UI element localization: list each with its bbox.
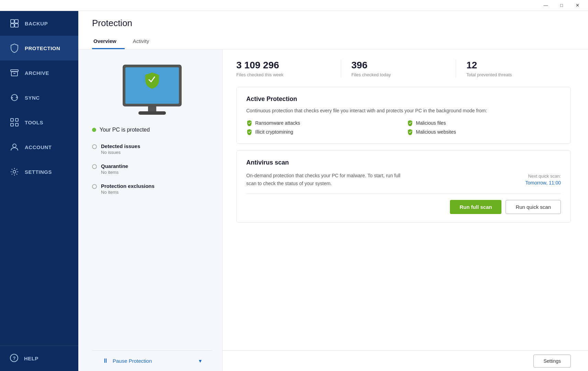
stat-files-today-number: 396 bbox=[351, 60, 445, 71]
account-icon bbox=[10, 142, 19, 152]
svg-point-11 bbox=[13, 144, 16, 147]
info-circle-1 bbox=[92, 144, 97, 149]
stat-threats-number: 12 bbox=[466, 60, 561, 71]
sidebar-item-tools[interactable]: TOOLS bbox=[0, 110, 78, 135]
content-wrapper: Your PC is protected Detected issues No … bbox=[78, 49, 588, 371]
antivirus-scan-card: Antivirus scan On-demand protection that… bbox=[236, 150, 571, 223]
svg-point-12 bbox=[13, 170, 16, 173]
info-item-protection-exclusions[interactable]: Protection exclusions No items bbox=[92, 183, 212, 195]
sidebar-item-protection-label: PROTECTION bbox=[25, 45, 60, 51]
pause-icon: ⏸ bbox=[102, 357, 109, 364]
info-item-quarantine[interactable]: Quarantine No items bbox=[92, 163, 212, 175]
detected-issues-title: Detected issues bbox=[101, 143, 140, 149]
tools-icon bbox=[10, 117, 19, 127]
archive-icon bbox=[10, 68, 19, 78]
protection-exclusions-title: Protection exclusions bbox=[101, 183, 155, 189]
sidebar: BACKUP PROTECTION ARCHIVE bbox=[0, 11, 78, 371]
protection-exclusions-subtitle: No items bbox=[101, 190, 155, 195]
app-body: BACKUP PROTECTION ARCHIVE bbox=[0, 11, 588, 371]
close-button[interactable]: ✕ bbox=[569, 0, 585, 11]
antivirus-scan-title: Antivirus scan bbox=[246, 159, 561, 166]
sidebar-item-archive-label: ARCHIVE bbox=[25, 70, 49, 76]
svg-rect-4 bbox=[11, 70, 18, 71]
info-item-detected-issues[interactable]: Detected issues No issues bbox=[92, 143, 212, 155]
active-protection-title: Active Protection bbox=[246, 95, 561, 103]
sidebar-item-help[interactable]: ? HELP bbox=[0, 346, 78, 371]
shield-cryptomining-icon bbox=[246, 129, 252, 135]
sync-icon bbox=[10, 93, 19, 102]
stat-files-week: 3 109 296 Files checked this week bbox=[236, 60, 341, 77]
svg-rect-18 bbox=[138, 111, 166, 115]
svg-rect-10 bbox=[15, 123, 18, 126]
stats-row: 3 109 296 Files checked this week 396 Fi… bbox=[236, 60, 571, 77]
sidebar-item-backup-label: BACKUP bbox=[25, 21, 48, 26]
stat-threats-label: Total prevented threats bbox=[466, 72, 561, 77]
svg-rect-3 bbox=[15, 24, 18, 27]
feature-malicious-files: Malicious files bbox=[407, 120, 561, 126]
page-title: Protection bbox=[92, 18, 574, 29]
right-panel: 3 109 296 Files checked this week 396 Fi… bbox=[223, 49, 588, 350]
feature-malicious-websites-label: Malicious websites bbox=[416, 129, 456, 135]
run-quick-scan-button[interactable]: Run quick scan bbox=[506, 200, 561, 214]
protection-icon bbox=[10, 43, 19, 53]
help-icon: ? bbox=[10, 353, 19, 363]
sidebar-item-account-label: ACCOUNT bbox=[25, 144, 52, 150]
svg-text:?: ? bbox=[13, 356, 16, 361]
pc-illustration bbox=[118, 63, 186, 120]
sidebar-item-settings-label: SETTINGS bbox=[25, 169, 52, 175]
stat-files-today-label: Files checked today bbox=[351, 72, 445, 77]
run-full-scan-button[interactable]: Run full scan bbox=[450, 200, 501, 214]
svg-rect-2 bbox=[11, 24, 14, 27]
tabs: Overview Activity bbox=[92, 34, 574, 49]
sidebar-item-sync[interactable]: SYNC bbox=[0, 85, 78, 110]
title-bar: — □ ✕ bbox=[0, 0, 588, 11]
svg-rect-8 bbox=[15, 119, 18, 121]
feature-cryptomining: Illicit cryptomining bbox=[246, 129, 400, 135]
stat-files-week-label: Files checked this week bbox=[236, 72, 330, 77]
tab-overview[interactable]: Overview bbox=[92, 34, 125, 49]
next-scan-time: Tomorrow, 11:00 bbox=[525, 180, 561, 186]
backup-icon bbox=[10, 19, 19, 28]
stat-files-week-number: 3 109 296 bbox=[236, 60, 330, 71]
quarantine-title: Quarantine bbox=[101, 163, 128, 169]
left-panel: Your PC is protected Detected issues No … bbox=[78, 49, 223, 371]
detected-issues-subtitle: No issues bbox=[101, 150, 140, 155]
svg-rect-1 bbox=[15, 20, 18, 23]
stat-threats: 12 Total prevented threats bbox=[466, 60, 571, 77]
sidebar-item-backup[interactable]: BACKUP bbox=[0, 11, 78, 36]
settings-icon bbox=[10, 167, 19, 177]
sidebar-item-settings[interactable]: SETTINGS bbox=[0, 159, 78, 184]
pause-protection-bar: ⏸ Pause Protection ▾ bbox=[92, 350, 212, 371]
shield-malicious-websites-icon bbox=[407, 129, 413, 135]
quarantine-subtitle: No items bbox=[101, 170, 128, 175]
sidebar-item-account[interactable]: ACCOUNT bbox=[0, 135, 78, 159]
svg-rect-7 bbox=[11, 119, 13, 121]
active-protection-card: Active Protection Continuous protection … bbox=[236, 87, 571, 144]
shield-ransomware-icon bbox=[246, 120, 252, 126]
feature-malicious-files-label: Malicious files bbox=[416, 120, 446, 126]
next-scan-info: Next quick scan: Tomorrow, 11:00 bbox=[525, 173, 561, 186]
feature-cryptomining-label: Illicit cryptomining bbox=[255, 129, 293, 135]
svg-rect-0 bbox=[11, 20, 14, 23]
status-dot-green bbox=[92, 128, 96, 132]
settings-button[interactable]: Settings bbox=[533, 355, 571, 368]
info-circle-2 bbox=[92, 164, 97, 169]
maximize-button[interactable]: □ bbox=[554, 0, 569, 11]
tab-activity[interactable]: Activity bbox=[132, 34, 158, 49]
main-header: Protection Overview Activity bbox=[78, 11, 588, 49]
sidebar-help-label: HELP bbox=[24, 356, 38, 361]
pause-protection-label[interactable]: Pause Protection bbox=[113, 358, 195, 364]
feature-malicious-websites: Malicious websites bbox=[407, 129, 561, 135]
sidebar-item-archive[interactable]: ARCHIVE bbox=[0, 60, 78, 85]
sidebar-item-protection[interactable]: PROTECTION bbox=[0, 36, 78, 60]
feature-ransomware-label: Ransomware attacks bbox=[255, 120, 300, 126]
active-protection-desc: Continuous protection that checks every … bbox=[246, 107, 561, 114]
main-content: Protection Overview Activity bbox=[78, 11, 588, 371]
antivirus-scan-desc: On-demand protection that checks your PC… bbox=[246, 172, 404, 187]
minimize-button[interactable]: — bbox=[538, 0, 554, 11]
chevron-down-icon[interactable]: ▾ bbox=[199, 358, 202, 364]
stat-files-today: 396 Files checked today bbox=[351, 60, 456, 77]
sidebar-item-tools-label: TOOLS bbox=[25, 120, 43, 125]
card-divider bbox=[246, 193, 561, 194]
right-bottom-bar: Settings bbox=[223, 350, 588, 371]
